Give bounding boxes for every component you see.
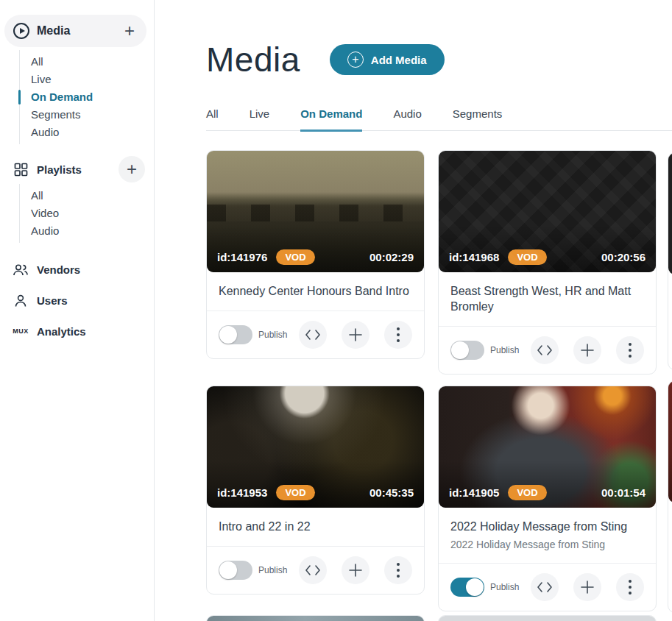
card-body: Kennedy Center Honours Band Intro xyxy=(207,272,424,310)
tab-on-demand[interactable]: On Demand xyxy=(300,107,362,132)
playlists-sub-list: All Video Audio xyxy=(19,184,154,243)
publish-toggle[interactable] xyxy=(219,325,252,344)
add-media-button[interactable]: + Add Media xyxy=(330,44,445,75)
kebab-menu-icon xyxy=(629,343,632,358)
embed-code-button[interactable] xyxy=(531,336,559,364)
grid-icon xyxy=(12,163,29,177)
sidebar-item-media-audio[interactable]: Audio xyxy=(20,124,154,141)
video-thumbnail[interactable]: id:141905 VOD 00:01:54 xyxy=(439,386,656,508)
media-card-partial xyxy=(668,152,672,370)
media-subtitle: 2022 Holiday Message from Sting xyxy=(450,538,644,551)
media-duration: 00:02:29 xyxy=(369,251,414,263)
card-row-2: id:141953 VOD 00:45:35 Intro and 22 in 2… xyxy=(206,386,672,611)
kebab-menu-icon xyxy=(629,580,632,595)
sidebar-item-playlists-audio[interactable]: Audio xyxy=(20,222,154,240)
sidebar-item-playlists-all[interactable]: All xyxy=(20,187,154,205)
card-footer: Publish xyxy=(207,310,424,358)
person-icon xyxy=(12,294,29,308)
media-card-partial xyxy=(438,615,657,621)
add-playlist-button[interactable]: + xyxy=(119,156,145,182)
sidebar: Media + All Live On Demand Segments Audi… xyxy=(0,0,155,621)
sidebar-media-label: Media xyxy=(37,24,116,38)
card-row-1: id:141976 VOD 00:02:29 Kennedy Center Ho… xyxy=(206,150,672,375)
video-thumbnail[interactable] xyxy=(207,616,424,621)
thumbnail-meta: id:141953 VOD 00:45:35 xyxy=(217,485,414,500)
media-tabs: All Live On Demand Audio Segments xyxy=(206,107,672,131)
more-options-button[interactable] xyxy=(384,321,412,349)
kebab-menu-icon xyxy=(397,563,400,578)
card-row-3 xyxy=(206,615,672,621)
media-card: id:141953 VOD 00:45:35 Intro and 22 in 2… xyxy=(206,386,425,595)
video-thumbnail[interactable] xyxy=(439,616,656,621)
people-icon xyxy=(12,263,29,277)
media-duration: 00:20:56 xyxy=(601,251,646,263)
sidebar-users-label: Users xyxy=(37,294,145,307)
sidebar-item-media-segments[interactable]: Segments xyxy=(20,106,154,124)
plus-icon xyxy=(581,581,594,594)
main-content: Media + Add Media All Live On Demand Aud… xyxy=(155,0,672,621)
code-icon xyxy=(305,330,320,340)
thumbnail-gradient xyxy=(439,225,656,272)
add-to-playlist-button[interactable] xyxy=(573,573,601,601)
add-media-sidebar-button[interactable]: + xyxy=(123,22,136,40)
add-to-playlist-button[interactable] xyxy=(573,336,601,364)
embed-code-button[interactable] xyxy=(531,573,559,601)
embed-code-button[interactable] xyxy=(299,556,327,584)
more-options-button[interactable] xyxy=(616,573,644,601)
sidebar-item-playlists-video[interactable]: Video xyxy=(20,205,154,222)
sidebar-item-vendors[interactable]: Vendors xyxy=(0,255,154,284)
sidebar-item-users[interactable]: Users xyxy=(0,285,154,315)
thumbnail-meta: id:141976 VOD 00:02:29 xyxy=(217,249,414,265)
add-media-button-label: Add Media xyxy=(371,54,427,66)
publish-label: Publish xyxy=(490,345,519,355)
media-duration: 00:45:35 xyxy=(369,486,414,499)
card-body: Intro and 22 in 22 xyxy=(207,508,424,546)
publish-toggle[interactable] xyxy=(219,561,252,580)
thumbnail-gradient xyxy=(207,225,424,272)
vod-badge: VOD xyxy=(276,485,314,500)
play-circle-icon xyxy=(13,23,29,39)
plus-circle-icon: + xyxy=(347,52,364,68)
thumbnail-meta: id:141905 VOD 00:01:54 xyxy=(449,485,646,500)
sidebar-section-media[interactable]: Media + xyxy=(4,15,146,47)
sidebar-item-analytics[interactable]: MUX Analytics xyxy=(0,316,154,346)
video-thumbnail[interactable]: id:141968 VOD 00:20:56 xyxy=(439,151,656,272)
media-id: id:141953 xyxy=(217,486,267,499)
sidebar-playlists-label: Playlists xyxy=(37,163,111,176)
media-title: Kennedy Center Honours Band Intro xyxy=(219,283,412,299)
mux-logo-icon: MUX xyxy=(12,327,29,335)
tab-all[interactable]: All xyxy=(206,107,219,130)
tab-segments[interactable]: Segments xyxy=(453,107,503,130)
code-icon xyxy=(537,582,552,592)
vod-badge: VOD xyxy=(276,249,314,265)
page-title: Media xyxy=(206,40,300,79)
media-sub-list: All Live On Demand Segments Audio xyxy=(19,50,154,144)
media-title: 2022 Holiday Message from Sting xyxy=(450,519,644,534)
card-body: Beast Strength West, HR and Matt Bromley xyxy=(439,272,656,326)
publish-toggle[interactable] xyxy=(450,578,484,597)
sidebar-item-media-live[interactable]: Live xyxy=(20,71,154,88)
add-to-playlist-button[interactable] xyxy=(342,556,369,584)
page-header: Media + Add Media xyxy=(206,40,672,79)
thumbnail-gradient xyxy=(207,461,424,508)
video-thumbnail[interactable]: id:141953 VOD 00:45:35 xyxy=(207,386,424,508)
media-title: Intro and 22 in 22 xyxy=(219,519,412,534)
more-options-button[interactable] xyxy=(616,336,644,364)
plus-icon: + xyxy=(127,160,137,178)
code-icon xyxy=(305,565,320,575)
thumbnail-meta: id:141968 VOD 00:20:56 xyxy=(449,249,646,265)
sidebar-item-media-on-demand[interactable]: On Demand xyxy=(20,88,154,106)
card-body: 2022 Holiday Message from Sting 2022 Hol… xyxy=(439,508,656,563)
sidebar-section-playlists[interactable]: Playlists + xyxy=(0,155,154,184)
sidebar-item-media-all[interactable]: All xyxy=(20,53,154,71)
tab-audio[interactable]: Audio xyxy=(393,107,421,130)
plus-icon xyxy=(349,328,362,341)
video-thumbnail[interactable]: id:141976 VOD 00:02:29 xyxy=(207,151,424,272)
publish-toggle[interactable] xyxy=(450,341,484,360)
embed-code-button[interactable] xyxy=(299,321,327,349)
more-options-button[interactable] xyxy=(384,556,412,584)
add-to-playlist-button[interactable] xyxy=(342,321,369,349)
media-card: id:141968 VOD 00:20:56 Beast Strength We… xyxy=(438,150,657,375)
media-title: Beast Strength West, HR and Matt Bromley xyxy=(450,283,644,314)
tab-live[interactable]: Live xyxy=(250,107,270,130)
